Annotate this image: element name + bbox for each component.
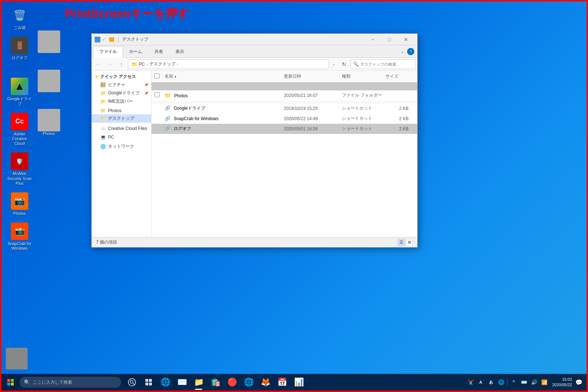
tray-volume-icon[interactable]: 🔊: [530, 378, 538, 386]
sidebar-item-photos[interactable]: 📁 Photos: [92, 107, 151, 114]
forward-button[interactable]: →: [105, 59, 115, 69]
gdrive-file-icon: 🔗: [165, 105, 170, 111]
taskbar-app3[interactable]: 🦊: [257, 374, 273, 391]
placeholder-column: [38, 30, 60, 131]
minimize-button[interactable]: −: [364, 34, 381, 45]
taskbar-chrome[interactable]: 🌐: [157, 374, 173, 391]
taskbar-calendar[interactable]: 📅: [274, 374, 290, 391]
photos-folder-icon: 📁: [100, 108, 106, 113]
desktop-icon-photos[interactable]: 📷 Photos: [5, 191, 34, 217]
clock-date: 2020/05/22: [550, 382, 572, 388]
sidebar-item-pictures[interactable]: 🖼️ ピクチャ 📌: [92, 81, 151, 89]
sidebar-item-google-drive[interactable]: 📁 Googleドライブ 📌: [92, 89, 151, 97]
help-button[interactable]: ?: [407, 48, 414, 55]
detail-view-button[interactable]: ⊞: [406, 239, 413, 246]
refresh-button[interactable]: ↻: [339, 59, 349, 69]
svg-rect-1: [11, 379, 14, 382]
col-size-header[interactable]: サイズ: [385, 73, 414, 79]
start-button[interactable]: [1, 374, 20, 391]
search-icon: 🔍: [353, 61, 359, 67]
col-type-header[interactable]: 種類: [342, 73, 385, 79]
tray-wifi-icon[interactable]: 📶: [540, 378, 548, 386]
desktop-icon-logoff[interactable]: 🚪 ログオフ: [5, 35, 34, 62]
taskbar-taskview[interactable]: [141, 374, 157, 391]
maximize-button[interactable]: □: [381, 34, 398, 45]
sidebar-item-desktop[interactable]: 📁 デスクトップ: [92, 114, 151, 123]
taskbar-store[interactable]: 🛍️: [207, 374, 223, 391]
tray-keyboard-icon[interactable]: ⌨️: [520, 378, 528, 386]
desktop-icon-adobe-cc[interactable]: Cc Adobe Creative Cloud: [5, 111, 34, 148]
ribbon-expand-btn[interactable]: ⌄: [399, 48, 406, 56]
logoff-date: 2020/05/01 14:34: [284, 126, 342, 131]
tab-share[interactable]: 共有: [148, 46, 169, 57]
taskbar-app1[interactable]: 🔴: [224, 374, 240, 391]
address-dropdown[interactable]: ⌄: [330, 60, 338, 69]
search-circle-icon: [128, 378, 136, 386]
gdrive-type: ショートカット: [342, 105, 385, 111]
photos-placeholder-label: Photos: [38, 131, 60, 136]
photos-checkbox[interactable]: [154, 92, 160, 97]
pin-icon-gdrive: 📌: [144, 91, 148, 95]
taskbar-search-app[interactable]: [124, 374, 140, 391]
photos-label: Photos: [13, 211, 26, 216]
trash-label: ごみ箱: [14, 25, 26, 30]
taskbar-clock[interactable]: 15:02 2020/05/22: [550, 377, 572, 388]
tray-chevron-icon[interactable]: ^: [510, 378, 518, 386]
notification-button[interactable]: 💬: [574, 377, 584, 387]
desktop-icon-snapcrab[interactable]: 📸 SnapCrab for Windows: [5, 221, 34, 252]
taskbar-app2[interactable]: 🌐: [241, 374, 257, 391]
list-view-button[interactable]: ☰: [398, 239, 405, 246]
file-row-snapcrab[interactable]: 🔗 SnapCrab for Windows 2020/05/22 14:49 …: [152, 114, 417, 124]
tray-network-icon[interactable]: 🌐: [497, 378, 505, 386]
logoff-type: ショートカット: [342, 126, 385, 132]
titlebar-controls: − □ ✕: [364, 34, 414, 45]
quick-access-heading[interactable]: ★ クイック アクセス: [92, 72, 151, 81]
clock-time: 15:02: [550, 377, 572, 382]
file-row-logoff[interactable]: 🔗 ログオフ 2020/05/01 14:34 ショートカット 2 KB: [152, 124, 417, 134]
taskbar-search[interactable]: 🔍 ここに入力して検索: [20, 377, 121, 388]
up-button[interactable]: ↑: [116, 59, 127, 69]
sidebar-item-pc[interactable]: 💻 PC: [92, 134, 151, 141]
google-drive-icon: ▲: [11, 78, 28, 95]
sidebar-item-ime[interactable]: 📁 IME言語バー: [92, 97, 151, 106]
desktop-icon-trash[interactable]: 🗑️ ごみ箱: [5, 5, 34, 32]
desktop-icon-mcafee[interactable]: 🛡️ McAfee Security Scan Plus: [5, 151, 34, 187]
file-list-header: 名前 更新日時 種類 サイズ: [152, 71, 417, 82]
tray-snip-icon[interactable]: ✂️: [467, 378, 475, 386]
search-box[interactable]: 🔍: [351, 60, 416, 69]
tab-view[interactable]: 表示: [169, 46, 190, 57]
main-content: ★ クイック アクセス 🖼️ ピクチャ 📌 📁 Googleドライブ 📌 📁 I…: [92, 71, 417, 237]
photos-check[interactable]: [154, 92, 165, 98]
col-date-header[interactable]: 更新日時: [284, 73, 342, 79]
desktop-icon-google-drive[interactable]: ▲ Googleドライブ: [5, 76, 34, 107]
sidebar-item-network[interactable]: 🌐 ネットワーク: [92, 142, 151, 151]
taskbar-mail[interactable]: ✉️: [174, 374, 190, 391]
pin-icon: 📌: [144, 83, 148, 87]
gdrive-size: 2 KB: [385, 106, 414, 111]
address-folder-icon: 📁: [131, 61, 137, 67]
sidebar-item-creative-cloud[interactable]: ☁️ Creative Cloud Files: [92, 125, 151, 132]
taskbar-explorer[interactable]: 📁: [191, 374, 207, 391]
windows-logo-icon: [7, 379, 14, 385]
search-input[interactable]: [360, 62, 413, 66]
address-path[interactable]: 📁 PC › デスクトップ ›: [128, 60, 329, 69]
snapcrab-type: ショートカット: [342, 115, 385, 122]
item-count: 7 個の項目: [96, 239, 117, 245]
svg-point-5: [130, 380, 133, 383]
gdrive-folder-icon: 📁: [100, 91, 106, 96]
select-all-checkbox[interactable]: [154, 73, 160, 78]
col-name-header[interactable]: 名前: [165, 73, 284, 79]
tray-ime-icon[interactable]: あ: [487, 378, 495, 386]
close-button[interactable]: ✕: [398, 34, 414, 45]
taskbar-tray: ✂️ A あ 🌐 ^ ⌨️ 🔊 📶 15:02 2020/05/22 💬: [464, 377, 587, 388]
tab-home[interactable]: ホーム: [123, 46, 148, 57]
tray-language-icon[interactable]: A: [477, 378, 485, 386]
file-row-gdrive[interactable]: 🔗 Googleドライブ 2019/10/19 15:25 ショートカット 2 …: [152, 103, 417, 114]
title-bar: ✓ デスクトップ − □ ✕: [92, 34, 417, 45]
file-row-photos[interactable]: 📁 Photos 2020/05/21 16:07 ファイル フォルダー: [152, 90, 417, 101]
taskbar-excel[interactable]: 📊: [291, 374, 307, 391]
tab-file[interactable]: ファイル: [93, 46, 123, 58]
back-button[interactable]: ←: [93, 59, 103, 69]
file-row-placeholder-top[interactable]: [152, 82, 417, 90]
logoff-label: ログオフ: [12, 56, 28, 60]
